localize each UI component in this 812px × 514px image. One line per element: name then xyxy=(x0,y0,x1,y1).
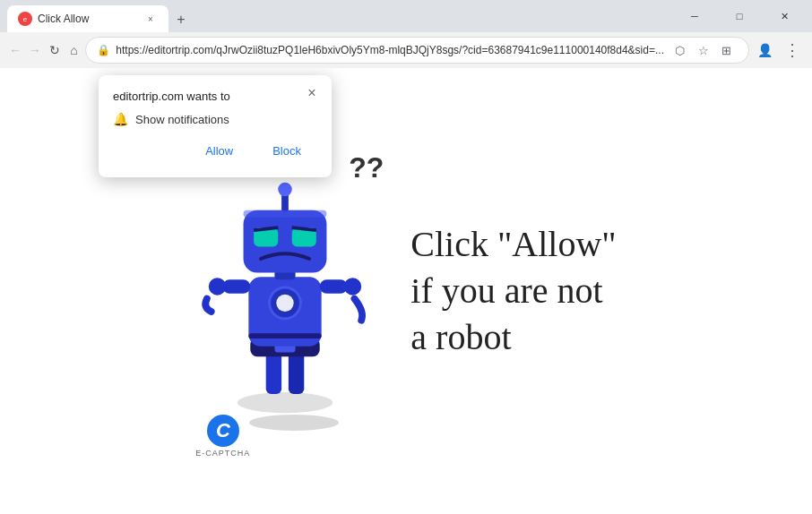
svg-point-10 xyxy=(209,278,226,295)
svg-rect-9 xyxy=(223,279,251,293)
extensions-icon[interactable]: ⊞ xyxy=(716,39,738,61)
notification-item-text: Show notifications xyxy=(135,113,229,126)
captcha-label: E-CAPTCHA xyxy=(195,449,250,458)
svg-point-7 xyxy=(277,295,294,312)
omnibox[interactable]: 🔒 https://editortrip.com/qJrwOzii8tuzPQ1… xyxy=(85,37,749,64)
tab-strip: e Click Allow × + xyxy=(7,0,667,32)
maximize-button[interactable]: □ xyxy=(719,0,760,32)
bookmark-icon[interactable]: ☆ xyxy=(693,39,714,61)
robot-illustration xyxy=(195,151,375,420)
tab-favicon: e xyxy=(18,12,32,26)
svg-rect-11 xyxy=(320,279,348,293)
profile-button[interactable]: 👤 xyxy=(753,38,778,63)
address-bar: ← → ↻ ⌂ 🔒 https://editortrip.com/qJrwOzi… xyxy=(0,32,812,68)
url-text: https://editortrip.com/qJrwOzii8tuzPQ1le… xyxy=(116,44,664,56)
notification-popup-close[interactable]: × xyxy=(303,84,321,102)
tab-title: Click Allow xyxy=(38,13,138,25)
notification-actions: Allow Block xyxy=(113,139,317,163)
active-tab[interactable]: e Click Allow × xyxy=(7,5,168,32)
close-button[interactable]: ✕ xyxy=(764,0,805,32)
back-button[interactable]: ← xyxy=(7,38,23,63)
menu-button[interactable]: ⋮ xyxy=(780,38,805,63)
svg-rect-2 xyxy=(289,351,304,394)
bell-icon: 🔔 xyxy=(113,112,128,126)
allow-button[interactable]: Allow xyxy=(189,139,249,163)
block-button[interactable]: Block xyxy=(256,139,317,163)
share-icon[interactable]: ⬡ xyxy=(669,39,691,61)
svg-point-20 xyxy=(279,183,292,196)
question-marks: ?? xyxy=(349,151,384,184)
svg-point-0 xyxy=(238,392,333,413)
reload-button[interactable]: ↻ xyxy=(47,38,63,63)
svg-rect-8 xyxy=(249,333,322,338)
robot-area: ?? xyxy=(195,151,393,431)
new-tab-button[interactable]: + xyxy=(168,7,194,32)
title-bar: e Click Allow × + ─ □ ✕ xyxy=(0,0,812,32)
captcha-logo-icon: C xyxy=(207,415,239,447)
captcha-logo: C E-CAPTCHA xyxy=(195,415,250,458)
webpage: editortrip.com wants to × 🔔 Show notific… xyxy=(0,68,812,514)
notification-popup-title: editortrip.com wants to xyxy=(113,90,317,103)
forward-button[interactable]: → xyxy=(27,38,43,63)
notification-popup-item: 🔔 Show notifications xyxy=(113,112,317,126)
home-button[interactable]: ⌂ xyxy=(65,38,82,63)
minimize-button[interactable]: ─ xyxy=(674,0,715,32)
svg-rect-21 xyxy=(244,210,327,218)
toolbar-right: 👤 ⋮ xyxy=(753,38,805,63)
svg-point-12 xyxy=(344,278,361,295)
window-controls: ─ □ ✕ xyxy=(674,0,805,32)
notification-popup: editortrip.com wants to × 🔔 Show notific… xyxy=(99,75,332,177)
lock-icon: 🔒 xyxy=(97,44,110,56)
page-message: Click "Allow"if you are nota robot xyxy=(410,221,616,361)
omnibox-icons: ⬡ ☆ ⊞ xyxy=(669,39,738,61)
chrome-window: e Click Allow × + ─ □ ✕ ← → ↻ ⌂ 🔒 https:… xyxy=(0,0,812,514)
tab-close-button[interactable]: × xyxy=(143,12,158,26)
svg-rect-1 xyxy=(266,351,281,394)
